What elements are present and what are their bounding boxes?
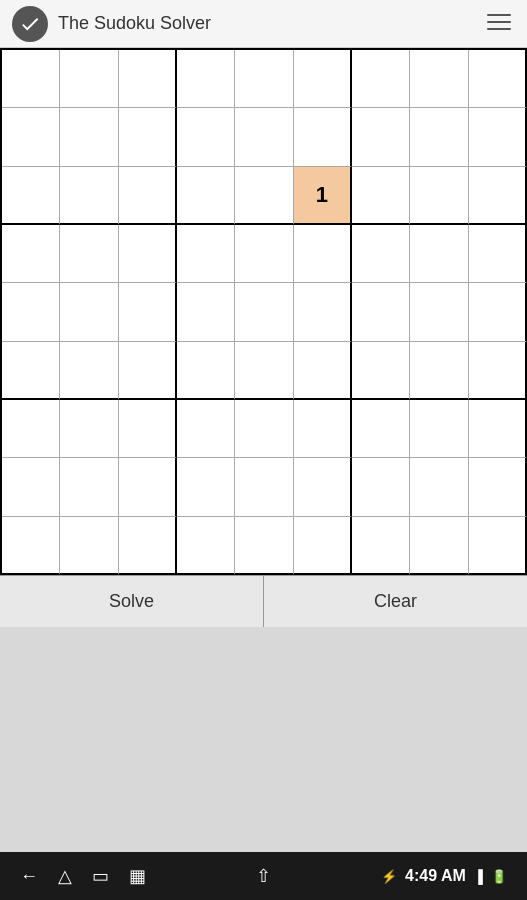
menu-button[interactable] <box>483 6 515 42</box>
sudoku-cell[interactable] <box>177 400 235 458</box>
sudoku-cell[interactable] <box>177 342 235 400</box>
sudoku-cell[interactable] <box>352 50 410 108</box>
sudoku-cell[interactable] <box>235 400 293 458</box>
sudoku-cell[interactable] <box>2 342 60 400</box>
sudoku-cell[interactable] <box>352 167 410 225</box>
sudoku-cell[interactable] <box>235 50 293 108</box>
sudoku-cell[interactable] <box>177 458 235 516</box>
app-bar: The Sudoku Solver <box>0 0 527 48</box>
sudoku-cell[interactable] <box>294 225 352 283</box>
sudoku-cell[interactable] <box>294 517 352 575</box>
sudoku-cell[interactable] <box>352 342 410 400</box>
sudoku-cell[interactable] <box>235 342 293 400</box>
sudoku-cell[interactable] <box>60 50 118 108</box>
sudoku-cell[interactable] <box>60 225 118 283</box>
menu-icon <box>487 10 511 34</box>
empty-area <box>0 627 527 852</box>
sudoku-cell[interactable] <box>294 458 352 516</box>
sudoku-cell[interactable] <box>119 50 177 108</box>
sudoku-cell[interactable] <box>352 400 410 458</box>
usb-icon: ⚡ <box>381 869 397 884</box>
sudoku-cell[interactable] <box>469 108 527 166</box>
sudoku-cell[interactable] <box>60 458 118 516</box>
sudoku-cell[interactable] <box>2 517 60 575</box>
sudoku-cell[interactable] <box>235 458 293 516</box>
sudoku-cell[interactable] <box>177 283 235 341</box>
sudoku-cell[interactable] <box>177 225 235 283</box>
sudoku-cell[interactable] <box>177 167 235 225</box>
sudoku-cell[interactable] <box>469 400 527 458</box>
sudoku-cell[interactable] <box>469 283 527 341</box>
sudoku-grid: 1 <box>0 48 527 575</box>
sudoku-cell[interactable] <box>235 108 293 166</box>
sudoku-cell[interactable] <box>60 108 118 166</box>
screenshot-icon[interactable]: ▦ <box>129 865 146 887</box>
sudoku-cell[interactable] <box>352 458 410 516</box>
recents-icon[interactable]: ▭ <box>92 865 109 887</box>
sudoku-cell[interactable] <box>119 342 177 400</box>
sudoku-cell[interactable] <box>177 50 235 108</box>
battery-icon: 🔋 <box>491 869 507 884</box>
sudoku-cell[interactable] <box>119 400 177 458</box>
home-icon[interactable]: △ <box>58 865 72 887</box>
sudoku-cell[interactable] <box>119 283 177 341</box>
sudoku-cell[interactable]: 1 <box>294 167 352 225</box>
sudoku-cell[interactable] <box>119 225 177 283</box>
sudoku-cell[interactable] <box>2 50 60 108</box>
sudoku-cell[interactable] <box>119 108 177 166</box>
solve-button[interactable]: Solve <box>0 576 264 627</box>
sudoku-cell[interactable] <box>294 108 352 166</box>
sudoku-cell[interactable] <box>469 458 527 516</box>
app-icon <box>12 6 48 42</box>
sudoku-cell[interactable] <box>2 167 60 225</box>
sudoku-cell[interactable] <box>177 517 235 575</box>
sudoku-cell[interactable] <box>410 167 468 225</box>
sudoku-cell[interactable] <box>410 517 468 575</box>
sudoku-cell[interactable] <box>410 108 468 166</box>
sudoku-cell[interactable] <box>2 283 60 341</box>
sudoku-cell[interactable] <box>2 108 60 166</box>
sudoku-cell[interactable] <box>235 517 293 575</box>
nav-left-icons: ← △ ▭ ▦ <box>20 865 146 887</box>
sudoku-cell[interactable] <box>469 342 527 400</box>
sudoku-cell[interactable] <box>119 167 177 225</box>
sudoku-cell[interactable] <box>410 50 468 108</box>
sudoku-cell[interactable] <box>119 458 177 516</box>
sudoku-cell[interactable] <box>352 225 410 283</box>
svg-rect-1 <box>487 21 511 23</box>
sudoku-cell[interactable] <box>410 400 468 458</box>
sudoku-cell[interactable] <box>235 225 293 283</box>
sudoku-cell[interactable] <box>294 50 352 108</box>
sudoku-cell[interactable] <box>352 517 410 575</box>
sudoku-cell[interactable] <box>410 342 468 400</box>
sudoku-cell[interactable] <box>60 167 118 225</box>
sudoku-cell[interactable] <box>410 283 468 341</box>
sudoku-cell[interactable] <box>2 225 60 283</box>
sudoku-cell[interactable] <box>2 458 60 516</box>
sudoku-cell[interactable] <box>352 283 410 341</box>
navigation-bar: ← △ ▭ ▦ ⇧ ⚡ 4:49 AM ▐ 🔋 <box>0 852 527 900</box>
up-icon[interactable]: ⇧ <box>256 865 271 887</box>
buttons-row: Solve Clear <box>0 575 527 627</box>
sudoku-cell[interactable] <box>60 517 118 575</box>
sudoku-cell[interactable] <box>469 50 527 108</box>
clear-button[interactable]: Clear <box>264 576 527 627</box>
sudoku-cell[interactable] <box>294 400 352 458</box>
sudoku-cell[interactable] <box>60 283 118 341</box>
sudoku-cell[interactable] <box>119 517 177 575</box>
sudoku-cell[interactable] <box>60 342 118 400</box>
sudoku-cell[interactable] <box>60 400 118 458</box>
sudoku-cell[interactable] <box>469 167 527 225</box>
sudoku-cell[interactable] <box>410 458 468 516</box>
sudoku-cell[interactable] <box>352 108 410 166</box>
sudoku-cell[interactable] <box>2 400 60 458</box>
sudoku-cell[interactable] <box>294 283 352 341</box>
sudoku-cell[interactable] <box>294 342 352 400</box>
sudoku-cell[interactable] <box>469 225 527 283</box>
sudoku-cell[interactable] <box>177 108 235 166</box>
sudoku-cell[interactable] <box>469 517 527 575</box>
sudoku-cell[interactable] <box>410 225 468 283</box>
sudoku-cell[interactable] <box>235 167 293 225</box>
back-icon[interactable]: ← <box>20 866 38 887</box>
sudoku-cell[interactable] <box>235 283 293 341</box>
